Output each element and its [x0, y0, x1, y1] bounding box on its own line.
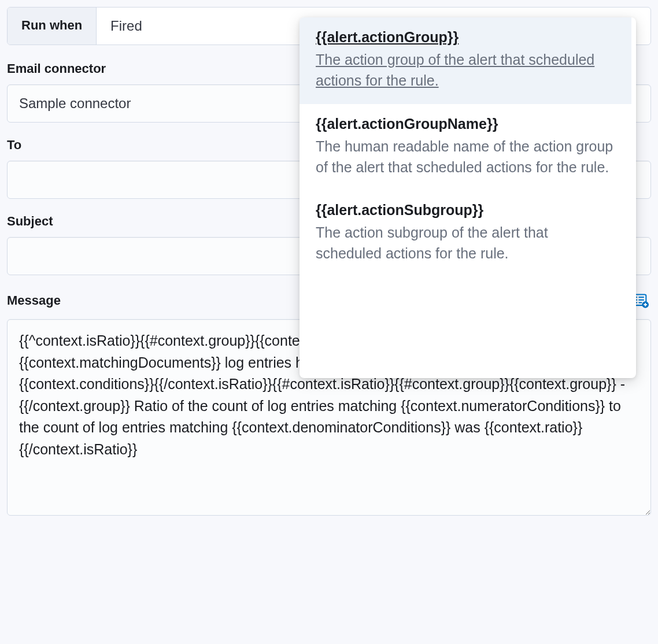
variable-option-title: {{alert.actionGroupName}}: [316, 116, 615, 132]
variable-option-action-group[interactable]: {{alert.actionGroup}} The action group o…: [300, 17, 631, 104]
variable-option-desc: The action group of the alert that sched…: [316, 49, 615, 91]
variable-popover-scroll[interactable]: {{alert.actionGroup}} The action group o…: [300, 17, 636, 378]
variable-option-action-group-name[interactable]: {{alert.actionGroupName}} The human read…: [300, 104, 631, 191]
variable-option-desc: The action subgroup of the alert that sc…: [316, 222, 615, 264]
run-when-label: Run when: [8, 8, 97, 45]
variable-option-title: {{alert.actionSubgroup}}: [316, 202, 615, 219]
variable-option-action-subgroup[interactable]: {{alert.actionSubgroup}} The action subg…: [300, 190, 631, 277]
variable-option-desc: The human readable name of the action gr…: [316, 136, 615, 178]
message-label: Message: [7, 293, 61, 308]
alert-action-form: Run when Fired Email connector Sample co…: [7, 7, 651, 518]
variable-popover: {{alert.actionGroup}} The action group o…: [300, 17, 636, 378]
variable-option-title: {{alert.actionGroup}}: [316, 29, 615, 46]
